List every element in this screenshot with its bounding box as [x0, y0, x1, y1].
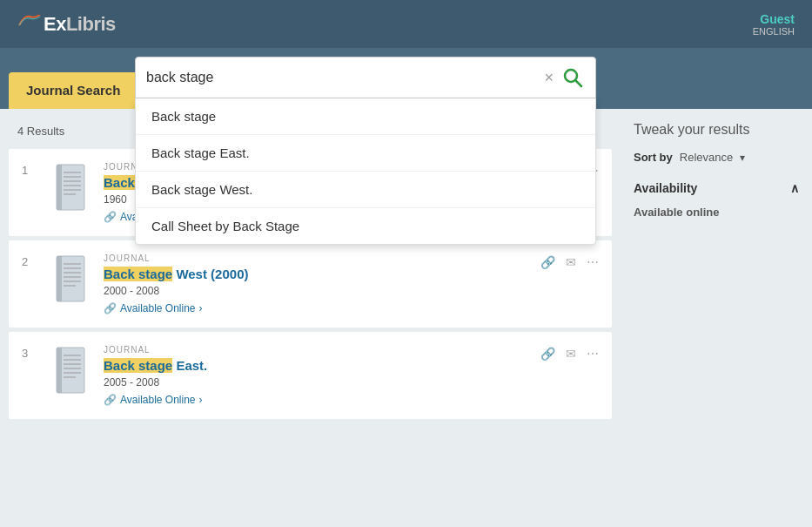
- tab-bar: Journal Search × Back stage Back stage E…: [0, 48, 812, 109]
- availability-text: Available Online: [120, 302, 196, 314]
- result-info: JOURNAL Back stage West (2000) 2000 - 20…: [104, 253, 540, 314]
- chevron-right-icon: ›: [199, 394, 203, 406]
- sort-row: Sort by Relevance ▾: [634, 151, 799, 164]
- result-actions: 🔗 ✉ ⋯: [540, 345, 599, 361]
- logo: ExLibris: [17, 13, 116, 36]
- title-highlight: Back stage: [104, 358, 172, 373]
- suggestion-item-2[interactable]: Back stage East.: [136, 135, 595, 172]
- sort-label: Sort by: [634, 151, 673, 164]
- result-actions: 🔗 ✉ ⋯: [540, 253, 599, 269]
- result-info: JOURNAL Back stage East. 2005 - 2008 🔗 A…: [104, 345, 540, 406]
- header-user-area: Guest ENGLISH: [753, 12, 795, 37]
- language-label[interactable]: ENGLISH: [753, 26, 795, 37]
- table-row: 3 JOURNAL Back stage East. 2005 - 2008 🔗: [9, 332, 612, 419]
- svg-rect-11: [57, 256, 62, 301]
- availability-link[interactable]: 🔗 Available Online ›: [104, 394, 540, 406]
- availability-section: Availability ∧ Available online: [634, 181, 799, 222]
- chain-icon: 🔗: [104, 302, 117, 314]
- title-rest: West (2000): [172, 267, 248, 281]
- svg-line-1: [576, 81, 582, 87]
- clear-search-button[interactable]: ×: [537, 69, 560, 87]
- logo-arc-icon: [17, 15, 42, 27]
- title-rest: East.: [172, 358, 207, 373]
- result-title: Back stage East.: [104, 358, 540, 373]
- suggestion-item-4[interactable]: Call Sheet by Back Stage: [136, 208, 595, 244]
- sidebar-title: Tweak your results: [634, 122, 799, 138]
- header: ExLibris Guest ENGLISH: [0, 0, 812, 48]
- chain-icon: 🔗: [104, 394, 117, 406]
- availability-heading: Availability ∧: [634, 181, 799, 195]
- result-type: JOURNAL: [104, 253, 540, 263]
- sidebar: Tweak your results Sort by Relevance ▾ A…: [621, 109, 812, 527]
- book-icon: [50, 162, 93, 214]
- journal-search-tab[interactable]: Journal Search: [9, 72, 138, 109]
- logo-text: ExLibris: [44, 13, 116, 36]
- search-input[interactable]: [146, 70, 537, 85]
- result-year: 2005 - 2008: [104, 376, 540, 388]
- book-icon: [50, 253, 93, 306]
- email-icon[interactable]: ✉: [566, 255, 576, 269]
- sort-dropdown-icon[interactable]: ▾: [740, 152, 745, 164]
- result-number: 2: [22, 255, 39, 268]
- availability-text: Available Online: [120, 394, 196, 406]
- result-number: 1: [22, 164, 39, 177]
- user-label[interactable]: Guest: [753, 12, 795, 26]
- result-type: JOURNAL: [104, 345, 540, 355]
- collapse-icon[interactable]: ∧: [790, 181, 799, 195]
- link-icon[interactable]: 🔗: [540, 255, 555, 269]
- availability-filter-item[interactable]: Available online: [634, 202, 799, 222]
- chevron-right-icon: ›: [199, 302, 203, 314]
- search-container: × Back stage Back stage East. Back stage…: [135, 57, 596, 245]
- result-number: 3: [22, 347, 39, 360]
- result-title: Back stage West (2000): [104, 267, 540, 281]
- availability-label: Availability: [634, 181, 697, 195]
- table-row: 2 JOURNAL Back stage West (2000) 2000 - …: [9, 240, 612, 328]
- suggestion-item-3[interactable]: Back stage West.: [136, 172, 595, 208]
- search-icon: [560, 65, 585, 90]
- svg-rect-19: [57, 348, 62, 393]
- result-year: 2000 - 2008: [104, 285, 540, 297]
- more-options-icon[interactable]: ⋯: [587, 347, 599, 361]
- more-options-icon[interactable]: ⋯: [587, 255, 599, 269]
- email-icon[interactable]: ✉: [566, 347, 576, 361]
- svg-rect-3: [57, 165, 62, 210]
- chain-icon: 🔗: [104, 211, 117, 223]
- search-button[interactable]: [560, 65, 585, 90]
- search-dropdown: Back stage Back stage East. Back stage W…: [135, 98, 596, 245]
- book-icon: [50, 345, 93, 397]
- suggestion-item-1[interactable]: Back stage: [136, 98, 595, 135]
- title-highlight: Back stage: [104, 267, 172, 281]
- availability-link[interactable]: 🔗 Available Online ›: [104, 302, 540, 314]
- search-box: ×: [135, 57, 596, 98]
- sort-value[interactable]: Relevance: [680, 151, 733, 164]
- link-icon[interactable]: 🔗: [540, 347, 555, 361]
